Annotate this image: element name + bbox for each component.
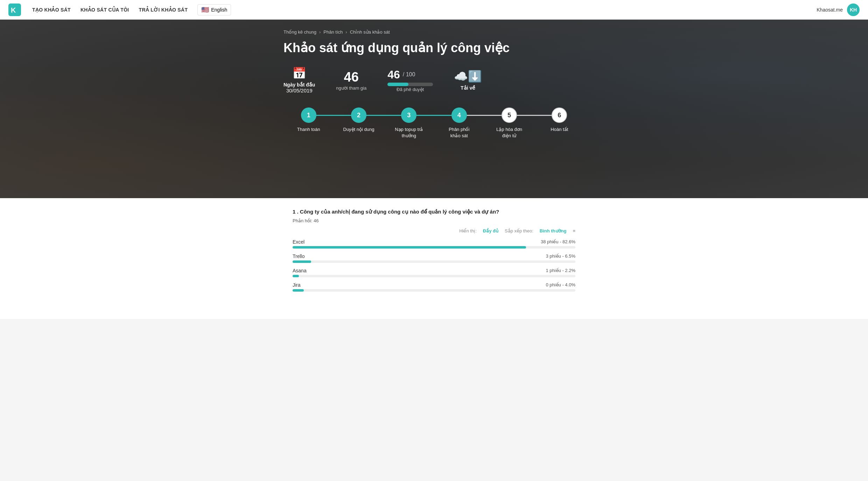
- stat-start-date: 📅 Ngày bắt đầu 30/05/2019: [284, 67, 315, 93]
- bar-bg-3: [293, 289, 575, 292]
- survey-title: Khảo sát ứng dụng quản lý công việc: [284, 40, 584, 55]
- data-row: Asana 1 phiếu - 2.2%: [293, 268, 575, 277]
- approved-label: Đã phê duyệt: [387, 87, 433, 92]
- row-name-3: Jira: [293, 282, 301, 288]
- question-controls: Hiển thị: Đầy đủ Sắp xếp theo: Bình thườ…: [293, 228, 575, 233]
- approved-bar: [387, 83, 433, 86]
- row-stat-3: 0 phiếu - 4.0%: [546, 282, 575, 287]
- calendar-icon: 📅: [284, 67, 315, 80]
- row-name-1: Trello: [293, 253, 305, 259]
- step-circle-1[interactable]: 1: [301, 107, 316, 123]
- breadcrumb-item-2[interactable]: Phân tích: [323, 29, 343, 35]
- step-label-3: Nạp topup trả thưởng: [393, 126, 425, 139]
- step-3: 3Nạp topup trả thưởng: [384, 107, 434, 139]
- step-circle-4[interactable]: 4: [451, 107, 467, 123]
- hero-section: Thống kê chung › Phân tích › Chỉnh sửa k…: [0, 20, 868, 202]
- navbar: K TẠO KHẢO SÁT KHẢO SÁT CỦA TÔI TRẢ LỜI …: [0, 0, 868, 20]
- sort-icon[interactable]: ≡: [573, 228, 575, 233]
- sort-label: Sắp xếp theo:: [505, 228, 533, 233]
- step-label-4: Phân phối khảo sát: [443, 126, 475, 139]
- avatar[interactable]: KH: [847, 4, 860, 16]
- start-date-label: Ngày bắt đầu: [284, 82, 315, 88]
- question-title: 1 . Công ty của anh/chị đang sử dụng côn…: [293, 208, 575, 216]
- data-row: Excel 38 phiếu - 82.6%: [293, 239, 575, 249]
- display-label: Hiển thị:: [459, 228, 477, 233]
- step-circle-2[interactable]: 2: [351, 107, 366, 123]
- breadcrumb: Thống kê chung › Phân tích › Chỉnh sửa k…: [284, 29, 584, 35]
- domain-label: Khaosat.me: [817, 7, 843, 13]
- stat-download[interactable]: ☁️⬇️ Tải về: [454, 70, 482, 91]
- approved-max: / 100: [403, 71, 415, 78]
- step-5: 5Lập hóa đơn điện tử: [484, 107, 534, 139]
- breadcrumb-item-1[interactable]: Thống kê chung: [284, 29, 316, 35]
- data-rows: Excel 38 phiếu - 82.6% Trello 3 phiếu - …: [293, 239, 575, 292]
- bar-fill-3: [293, 289, 304, 292]
- step-6: 6Hoàn tất: [534, 107, 584, 133]
- bar-bg-2: [293, 275, 575, 277]
- breadcrumb-sep-2: ›: [345, 29, 347, 35]
- data-row: Trello 3 phiếu - 6.5%: [293, 253, 575, 263]
- steps-container: 1Thanh toán2Duyệt nội dung3Nạp topup trả…: [284, 107, 584, 142]
- row-stat-2: 1 phiếu - 2.2%: [546, 268, 575, 273]
- navbar-right: Khaosat.me KH: [817, 4, 860, 16]
- bar-fill-2: [293, 275, 299, 277]
- question-number: 1: [293, 209, 295, 215]
- step-circle-5[interactable]: 5: [502, 107, 517, 123]
- logo[interactable]: K: [8, 4, 21, 16]
- row-name-2: Asana: [293, 268, 307, 273]
- participants-label: người tham gia: [336, 85, 366, 91]
- row-name-0: Excel: [293, 239, 304, 245]
- question-text-bold: . Công ty của anh/chị đang sử dụng công …: [297, 209, 499, 215]
- start-date-value: 30/05/2019: [284, 88, 315, 93]
- breadcrumb-sep-1: ›: [319, 29, 321, 35]
- step-4: 4Phân phối khảo sát: [434, 107, 484, 139]
- stat-participants: 46 người tham gia: [336, 70, 366, 91]
- step-label-2: Duyệt nội dung: [343, 126, 374, 133]
- bar-fill-1: [293, 260, 311, 263]
- stat-approved: 46 / 100 Đã phê duyệt: [387, 68, 433, 92]
- nav-answer[interactable]: TRẢ LỜI KHẢO SÁT: [139, 7, 188, 13]
- row-stat-0: 38 phiếu - 82.6%: [541, 239, 575, 244]
- question-card: 1 . Công ty của anh/chị đang sử dụng côn…: [280, 198, 588, 305]
- data-row: Jira 0 phiếu - 4.0%: [293, 282, 575, 292]
- step-label-6: Hoàn tất: [551, 126, 568, 133]
- nav-my-surveys[interactable]: KHẢO SÁT CỦA TÔI: [80, 7, 129, 13]
- breadcrumb-item-3[interactable]: Chỉnh sửa khảo sát: [350, 29, 390, 35]
- nav-create[interactable]: TẠO KHẢO SÁT: [32, 7, 71, 13]
- navbar-links: TẠO KHẢO SÁT KHẢO SÁT CỦA TÔI TRẢ LỜI KH…: [32, 7, 188, 13]
- sort-value[interactable]: Bình thường: [540, 228, 567, 233]
- display-value[interactable]: Đầy đủ: [483, 228, 498, 233]
- step-label-1: Thanh toán: [297, 126, 320, 133]
- bar-bg-0: [293, 246, 575, 249]
- step-circle-6[interactable]: 6: [552, 107, 567, 123]
- download-label[interactable]: Tải về: [454, 85, 482, 91]
- bar-bg-1: [293, 260, 575, 263]
- svg-text:K: K: [11, 6, 16, 14]
- bar-fill-0: [293, 246, 526, 249]
- participants-count: 46: [336, 70, 366, 85]
- hero-stats: 📅 Ngày bắt đầu 30/05/2019 46 người tham …: [284, 67, 584, 93]
- language-switcher[interactable]: 🇺🇸 English: [197, 4, 231, 15]
- lang-label: English: [211, 7, 227, 13]
- approved-bar-fill: [387, 83, 408, 86]
- flag-icon: 🇺🇸: [201, 6, 209, 14]
- hero-content: Thống kê chung › Phân tích › Chỉnh sửa k…: [276, 29, 592, 143]
- step-label-5: Lập hóa đơn điện tử: [493, 126, 525, 139]
- response-count: Phản hồi: 46: [293, 218, 575, 223]
- row-stat-1: 3 phiếu - 6.5%: [546, 253, 575, 259]
- step-1: 1Thanh toán: [284, 107, 334, 133]
- step-2: 2Duyệt nội dung: [334, 107, 384, 133]
- step-circle-3[interactable]: 3: [401, 107, 416, 123]
- approved-bar-wrap: 46 / 100: [387, 68, 433, 81]
- approved-count: 46: [387, 68, 400, 81]
- download-icon: ☁️⬇️: [454, 70, 482, 83]
